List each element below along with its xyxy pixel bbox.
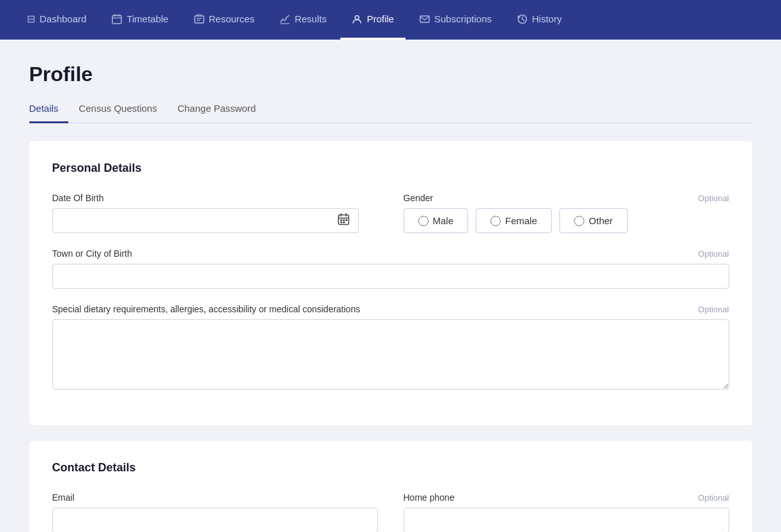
gender-options: Male Female Other <box>404 208 729 233</box>
nav-label-subscriptions: Subscriptions <box>434 13 492 24</box>
dashboard-icon: ⊟ <box>27 13 35 25</box>
dob-input[interactable] <box>52 208 359 233</box>
city-row: Town or City of Birth Optional <box>52 248 729 289</box>
main-nav: ⊟ Dashboard Timetable Resources <box>0 0 781 40</box>
contact-details-card: Contact Details Email Home phone Optiona… <box>29 441 752 532</box>
nav-item-subscriptions[interactable]: Subscriptions <box>408 0 503 40</box>
page-title: Profile <box>29 63 752 86</box>
svg-rect-4 <box>195 16 204 23</box>
profile-tabs: Details Census Questions Change Password <box>29 96 752 123</box>
gender-other-label: Other <box>589 215 613 226</box>
gender-other[interactable]: Other <box>559 208 628 233</box>
gender-male-radio[interactable] <box>418 216 428 226</box>
gender-optional: Optional <box>698 194 729 203</box>
gender-group: Gender Optional Male Female Other <box>404 193 729 233</box>
dietary-textarea[interactable] <box>52 319 729 390</box>
home-phone-group: Home phone Optional <box>404 492 729 532</box>
nav-item-profile[interactable]: Profile <box>340 0 406 40</box>
dietary-group: Special dietary requirements, allergies,… <box>52 304 729 390</box>
nav-item-history[interactable]: History <box>506 0 573 40</box>
timetable-icon <box>112 13 122 25</box>
gender-other-radio[interactable] <box>574 216 584 226</box>
dob-label-row: Date Of Birth <box>52 193 378 203</box>
history-icon <box>517 13 527 25</box>
nav-item-dashboard[interactable]: ⊟ Dashboard <box>15 0 98 40</box>
gender-female[interactable]: Female <box>476 208 552 233</box>
gender-label-row: Gender Optional <box>404 193 729 203</box>
dietary-row: Special dietary requirements, allergies,… <box>52 304 729 390</box>
dietary-label: Special dietary requirements, allergies,… <box>52 304 360 314</box>
nav-item-timetable[interactable]: Timetable <box>100 0 179 40</box>
svg-point-8 <box>355 16 359 20</box>
results-icon <box>280 13 290 25</box>
profile-icon <box>352 13 362 25</box>
nav-label-history: History <box>532 13 562 24</box>
main-content: Profile Details Census Questions Change … <box>14 40 768 532</box>
svg-rect-9 <box>420 16 429 22</box>
dietary-label-row: Special dietary requirements, allergies,… <box>52 304 729 314</box>
nav-label-dashboard: Dashboard <box>40 13 86 24</box>
email-phone-row: Email Home phone Optional <box>52 492 729 532</box>
personal-details-title: Personal Details <box>52 162 729 175</box>
city-optional: Optional <box>698 249 729 259</box>
dob-label: Date Of Birth <box>52 193 104 203</box>
dietary-optional: Optional <box>698 305 729 314</box>
dob-gender-row: Date Of Birth <box>52 193 729 233</box>
contact-details-title: Contact Details <box>52 461 729 475</box>
gender-male[interactable]: Male <box>404 208 469 233</box>
gender-male-label: Male <box>433 215 454 226</box>
nav-label-resources: Resources <box>209 13 255 24</box>
subscriptions-icon <box>420 13 430 25</box>
nav-label-timetable: Timetable <box>126 13 168 24</box>
tab-change-password[interactable]: Change Password <box>167 96 266 123</box>
city-label-row: Town or City of Birth Optional <box>52 248 729 259</box>
dob-input-wrapper <box>52 208 359 233</box>
home-phone-label: Home phone <box>404 492 455 503</box>
nav-label-profile: Profile <box>367 13 394 24</box>
personal-details-card: Personal Details Date Of Birth <box>29 141 752 425</box>
dob-group: Date Of Birth <box>52 193 378 233</box>
resources-icon <box>194 13 204 25</box>
gender-female-radio[interactable] <box>490 216 501 226</box>
email-group: Email <box>52 492 378 532</box>
email-input[interactable] <box>52 508 378 532</box>
tab-census[interactable]: Census Questions <box>68 96 167 123</box>
svg-rect-0 <box>112 15 121 24</box>
tab-details[interactable]: Details <box>29 96 69 123</box>
email-label-row: Email <box>52 492 378 503</box>
email-label: Email <box>52 492 75 503</box>
home-phone-input[interactable] <box>404 508 729 532</box>
city-input[interactable] <box>52 264 729 289</box>
gender-label: Gender <box>404 193 434 203</box>
nav-item-results[interactable]: Results <box>268 0 338 40</box>
nav-item-resources[interactable]: Resources <box>183 0 266 40</box>
gender-female-label: Female <box>505 215 537 226</box>
home-phone-label-row: Home phone Optional <box>404 492 729 503</box>
city-label: Town or City of Birth <box>52 248 132 259</box>
home-phone-optional: Optional <box>698 493 729 503</box>
city-group: Town or City of Birth Optional <box>52 248 729 289</box>
nav-label-results: Results <box>294 13 326 24</box>
